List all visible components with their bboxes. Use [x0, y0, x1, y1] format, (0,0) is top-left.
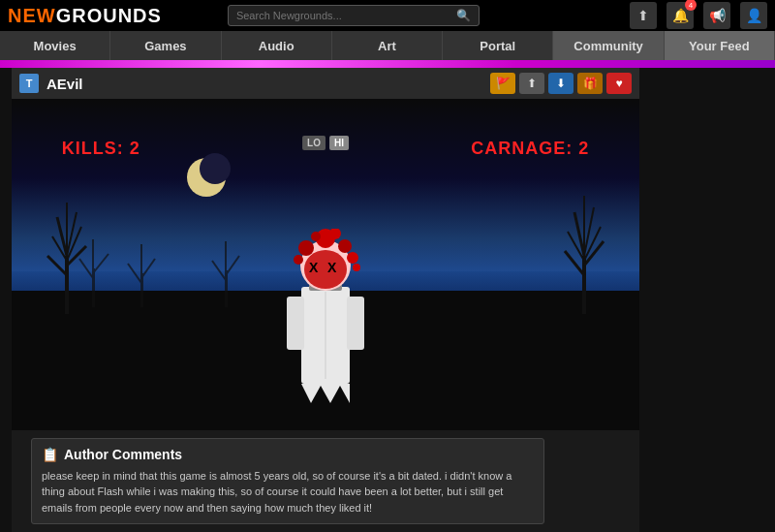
svg-line-18 — [93, 254, 108, 273]
title-actions: 🚩 ⬆ ⬇ 🎁 ♥ — [490, 73, 632, 94]
logo: NEWGROUNDS — [8, 5, 162, 27]
hi-button[interactable]: HI — [329, 136, 349, 150]
nav-games[interactable]: Games — [110, 31, 221, 60]
moon-circle — [187, 158, 226, 197]
svg-point-33 — [298, 240, 314, 256]
game-area[interactable]: X X KILLS: 2 CARNAGE: 2 LO HI — [12, 99, 639, 430]
nav-portal[interactable]: Portal — [443, 31, 553, 60]
nav-your-feed[interactable]: Your Feed — [665, 31, 775, 60]
game-scene: X X KILLS: 2 CARNAGE: 2 LO HI — [12, 99, 639, 430]
svg-text:X: X — [309, 260, 319, 275]
title-icon: T — [19, 74, 39, 93]
svg-text:X: X — [327, 260, 337, 275]
notification-badge: 4 — [685, 0, 697, 11]
svg-point-35 — [338, 239, 352, 253]
svg-rect-16 — [92, 268, 95, 307]
notification-icon[interactable]: 🔔 4 — [666, 2, 694, 29]
search-icon: 🔍 — [456, 9, 471, 22]
svg-point-40 — [353, 264, 360, 271]
logo-new: NEW — [8, 5, 56, 26]
character: X X — [277, 229, 374, 403]
gift-button[interactable]: 🎁 — [577, 73, 603, 94]
hud-kills: KILLS: 2 — [62, 139, 140, 159]
title-bar: T AEvil 🚩 ⬆ ⬇ 🎁 ♥ — [12, 68, 639, 99]
svg-line-26 — [226, 256, 239, 275]
nav-community[interactable]: Community — [553, 31, 664, 60]
search-bar[interactable]: 🔍 — [228, 5, 480, 26]
svg-point-36 — [347, 252, 358, 264]
svg-line-1 — [47, 256, 67, 275]
svg-line-5 — [57, 217, 67, 256]
favorite-button[interactable]: ♥ — [606, 73, 632, 94]
nav-art[interactable]: Art — [332, 31, 443, 60]
author-comments-text: please keep in mind that this game is al… — [42, 468, 534, 516]
logo-grounds: GROUNDS — [56, 5, 162, 26]
comment-icon: 📋 — [42, 447, 58, 462]
svg-line-13 — [574, 212, 584, 256]
tree-silhouette — [75, 230, 268, 307]
svg-line-25 — [212, 261, 226, 280]
svg-marker-29 — [301, 384, 350, 403]
svg-point-37 — [294, 255, 303, 265]
hud-center: LO HI — [302, 136, 349, 150]
author-comments-title: Author Comments — [64, 447, 182, 462]
flag-button[interactable]: 🚩 — [490, 73, 515, 94]
share-button[interactable]: ⬆ — [519, 73, 544, 94]
svg-line-21 — [128, 264, 141, 283]
author-comments-box: 📋 Author Comments please keep in mind th… — [31, 438, 544, 525]
right-panel — [639, 68, 775, 532]
bottom-section: 📋 Author Comments please keep in mind th… — [12, 430, 639, 533]
sidebar — [0, 68, 12, 532]
svg-rect-44 — [287, 297, 304, 350]
svg-rect-45 — [347, 297, 364, 350]
gradient-bar — [0, 60, 775, 68]
header-icons: ⬆ 🔔 4 📢 👤 — [630, 2, 767, 29]
content: T AEvil 🚩 ⬆ ⬇ 🎁 ♥ — [0, 68, 775, 532]
moon — [187, 158, 226, 197]
svg-point-39 — [311, 232, 321, 241]
lo-button[interactable]: LO — [302, 136, 326, 150]
nav-movies[interactable]: Movies — [0, 31, 110, 60]
search-input[interactable] — [236, 10, 456, 21]
main: T AEvil 🚩 ⬆ ⬇ 🎁 ♥ — [12, 68, 639, 532]
header: NEWGROUNDS 🔍 ⬆ 🔔 4 📢 👤 — [0, 0, 775, 31]
author-comments-header: 📋 Author Comments — [42, 447, 534, 462]
svg-line-17 — [79, 259, 93, 278]
bell-icon[interactable]: 📢 — [703, 2, 730, 29]
svg-rect-24 — [225, 270, 228, 307]
nav: Movies Games Audio Art Portal Community … — [0, 31, 775, 60]
hud-carnage: CARNAGE: 2 — [471, 139, 589, 159]
svg-line-22 — [141, 259, 155, 278]
page-title: AEvil — [46, 76, 83, 92]
user-icon[interactable]: 👤 — [740, 2, 767, 29]
nav-audio[interactable]: Audio — [222, 31, 332, 60]
download-button[interactable]: ⬇ — [548, 73, 574, 94]
tree-right — [560, 188, 608, 314]
upload-icon[interactable]: ⬆ — [630, 2, 657, 29]
